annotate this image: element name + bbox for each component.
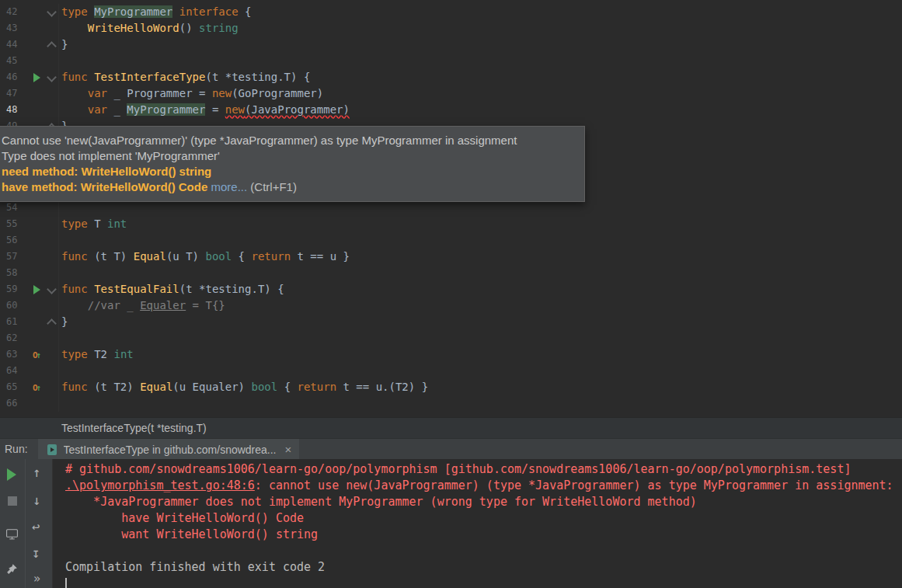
editor-line: 64 (0, 363, 902, 379)
file-link[interactable]: .\polymorphism_test.go:48:6 (65, 478, 255, 492)
run-panel-label: Run: (0, 439, 38, 460)
go-test-icon (46, 444, 58, 456)
console-icon[interactable] (5, 527, 19, 543)
code-text: } (59, 37, 68, 53)
code-text: var _ MyProgrammer = new(JavaProgrammer) (59, 102, 350, 118)
console-text: # github.com/snowdreams1006/learn-go/oop… (65, 462, 851, 476)
fold-marker[interactable] (47, 7, 57, 17)
line-number: 45 (0, 53, 28, 69)
line-number: 64 (0, 363, 28, 379)
line-number: 47 (0, 85, 28, 102)
editor-line: 43 WriteHelloWord() string (0, 20, 902, 37)
fold-marker[interactable] (47, 318, 57, 329)
code-editor[interactable]: 42type MyProgrammer interface {43 WriteH… (0, 0, 902, 417)
editor-line: 47 var _ Programmer = new(GoProgrammer) (0, 85, 902, 102)
more-chevrons-icon[interactable]: » (33, 573, 40, 585)
implements-icon[interactable]: O↑ (33, 380, 41, 396)
editor-gutter: 46 (0, 69, 59, 85)
line-number: 43 (0, 20, 28, 37)
editor-gutter: 64 (0, 363, 59, 379)
code-text: var _ Programmer = new(GoProgrammer) (59, 85, 323, 102)
editor-line: 56 (0, 232, 902, 249)
fold-marker[interactable] (47, 41, 57, 51)
code-text (59, 330, 61, 346)
console-text: : cannot use new(JavaProgrammer) (type *… (255, 478, 893, 492)
line-number: 54 (0, 200, 28, 216)
editor-gutter: 55 (0, 216, 59, 232)
line-number: 44 (0, 37, 28, 53)
editor-gutter: 45 (0, 53, 59, 69)
pin-icon[interactable] (5, 562, 19, 578)
editor-line: 62 (0, 330, 902, 346)
editor-line: 61} (0, 314, 902, 330)
editor-line: 45 (0, 53, 902, 69)
editor-lines: 42type MyProgrammer interface {43 WriteH… (0, 0, 902, 412)
editor-line: 57func (t T) Equal(u T) bool { return t … (0, 249, 902, 265)
console-text: have WriteHelloWord() Code (65, 511, 304, 525)
editor-gutter: 59 (0, 281, 59, 297)
editor-line: 63O↑type T2 int (0, 346, 902, 363)
tooltip-text: Type does not implement 'MyProgrammer' (2, 149, 220, 162)
console-output[interactable]: # github.com/snowdreams1006/learn-go/oop… (53, 459, 902, 588)
line-number: 55 (0, 216, 28, 232)
line-number: 42 (0, 4, 28, 20)
code-text (59, 232, 61, 249)
line-number: 65 (0, 379, 28, 395)
code-text: func (t T2) Equal(u Equaler) bool { retu… (59, 379, 428, 395)
more-link[interactable]: more... (207, 180, 247, 193)
editor-gutter: 57 (0, 249, 59, 265)
fold-marker[interactable] (47, 284, 57, 294)
editor-line: 59func TestEqualFail(t *testing.T) { (0, 281, 902, 297)
editor-line: 58 (0, 265, 902, 281)
context-bar[interactable]: TestInterfaceType(t *testing.T) (0, 417, 902, 439)
down-arrow-icon[interactable]: ↓ (33, 494, 40, 507)
code-text: func TestInterfaceType(t *testing.T) { (59, 69, 310, 85)
run-tab[interactable]: TestInterfaceType in github.com/snowdrea… (38, 439, 300, 460)
tooltip-text: need method: WriteHelloWord() string (2, 165, 211, 178)
run-tab-title: TestInterfaceType in github.com/snowdrea… (64, 444, 277, 456)
editor-line: 44} (0, 37, 902, 53)
rerun-button[interactable] (7, 468, 16, 481)
editor-line: 46func TestInterfaceType(t *testing.T) { (0, 69, 902, 85)
code-text (59, 395, 61, 412)
tooltip-text: (Ctrl+F1) (247, 180, 297, 193)
code-text: func TestEqualFail(t *testing.T) { (59, 281, 284, 297)
editor-gutter: 44 (0, 37, 59, 53)
line-number: 63 (0, 346, 28, 363)
editor-gutter: 48 (0, 102, 59, 118)
editor-gutter: 42 (0, 4, 59, 20)
editor-line: 60 //var _ Equaler = T{} (0, 297, 902, 314)
scroll-to-end-icon[interactable]: ↧ (32, 547, 40, 560)
soft-wrap-icon[interactable]: ↩ (32, 520, 40, 534)
context-function-label: TestInterfaceType(t *testing.T) (0, 422, 207, 434)
editor-line: 48 var _ MyProgrammer = new(JavaProgramm… (0, 102, 902, 118)
editor-gutter: 43 (0, 20, 59, 37)
tooltip-text: have method: WriteHelloWord() Code (2, 180, 207, 193)
run-test-icon[interactable] (33, 285, 40, 294)
run-tool-window-header: Run: TestInterfaceType in github.com/sno… (0, 438, 902, 460)
editor-line: 42type MyProgrammer interface { (0, 4, 902, 20)
up-arrow-icon[interactable]: ↑ (33, 466, 40, 479)
editor-gutter: 63O↑ (0, 346, 59, 363)
line-number: 61 (0, 314, 28, 330)
line-number: 62 (0, 330, 28, 346)
implements-icon[interactable]: O↑ (33, 347, 41, 364)
fold-marker[interactable] (47, 72, 57, 82)
close-tab-icon[interactable]: × (282, 443, 292, 456)
line-number: 46 (0, 69, 28, 85)
editor-line: 55type T int (0, 216, 902, 232)
tooltip-text: Cannot use 'new(JavaProgrammer)' (type *… (2, 134, 517, 147)
code-text: func (t T) Equal(u T) bool { return t ==… (59, 249, 350, 265)
editor-gutter: 54 (0, 200, 59, 216)
code-text (59, 53, 61, 69)
line-number: 57 (0, 249, 28, 265)
code-text (59, 363, 61, 379)
editor-gutter: 61 (0, 314, 59, 330)
editor-line: 54 (0, 200, 902, 216)
editor-gutter: 56 (0, 232, 59, 249)
line-number: 66 (0, 395, 28, 412)
code-text: } (59, 314, 68, 330)
stop-button[interactable] (8, 496, 17, 506)
toolbar-separator (25, 459, 26, 588)
run-test-icon[interactable] (33, 73, 40, 82)
